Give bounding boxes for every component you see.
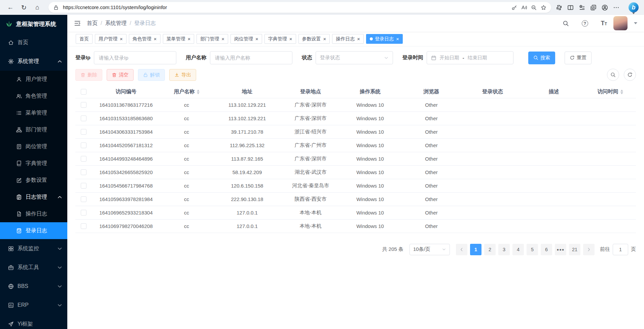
jump-page-input[interactable] — [613, 244, 628, 255]
breadcrumb-item[interactable]: 系统管理 — [105, 20, 127, 27]
sidebar-item-post-management[interactable]: 岗位管理 — [0, 138, 67, 155]
tab-close-icon[interactable]: × — [255, 36, 258, 41]
delete-button[interactable]: 删除 — [75, 69, 102, 81]
tab-close-icon[interactable]: × — [323, 36, 326, 41]
username-input[interactable] — [210, 51, 292, 64]
tab-0[interactable]: 首页 — [76, 34, 93, 44]
sidebar-item-operation-log[interactable]: 操作日志 — [0, 205, 67, 222]
url-text[interactable]: https://ccnetcore.com:1101/system/log/lo… — [63, 5, 507, 10]
tab-close-icon[interactable]: × — [221, 36, 224, 41]
row-checkbox[interactable] — [81, 102, 86, 108]
row-checkbox[interactable] — [81, 183, 86, 189]
avatar-caret-icon[interactable] — [634, 22, 637, 26]
reset-button[interactable]: 重置 — [565, 52, 592, 64]
sidebar-item-log-management[interactable]: 日志管理 — [0, 189, 67, 205]
browser-profile-icon[interactable] — [602, 4, 608, 11]
zoom-out-icon[interactable] — [531, 5, 537, 10]
browser-refresh-button[interactable]: ↻ — [17, 1, 30, 13]
sidebar-item-system-monitor[interactable]: 系统监控 — [0, 239, 67, 258]
column-header[interactable]: 访问时间 — [584, 86, 636, 98]
split-screen-icon[interactable] — [567, 4, 574, 11]
page-button-4[interactable]: 4 — [512, 244, 524, 255]
sidebar-item-erp[interactable]: ERP — [0, 296, 67, 315]
sidebar-item-system-tools[interactable]: 系统工具 — [0, 258, 67, 277]
row-checkbox[interactable] — [81, 129, 86, 135]
table-row[interactable]: 1641043063331753984cc39.171.210.78浙江省-绍兴… — [75, 125, 636, 138]
column-header[interactable]: 用户名称 — [160, 86, 213, 98]
browser-back-button[interactable]: ← — [4, 1, 17, 13]
page-button-5[interactable]: 5 — [527, 244, 538, 255]
tab-8[interactable]: 操作日志× — [332, 34, 364, 44]
status-select[interactable]: 登录状态 — [316, 51, 393, 64]
tab-close-icon[interactable]: × — [396, 36, 399, 41]
more-pages-button[interactable]: ●●● — [555, 244, 566, 255]
sidebar-item-param-settings[interactable]: 参数设置 — [0, 172, 67, 189]
table-row[interactable]: 1641059633978281984cc222.90.130.18陕西省-西安… — [75, 192, 636, 206]
sidebar-item-role-management[interactable]: 角色管理 — [0, 88, 67, 104]
unlock-button[interactable]: 解锁 — [138, 69, 165, 81]
tab-close-icon[interactable]: × — [120, 36, 123, 41]
tab-5[interactable]: 岗位管理× — [230, 34, 262, 44]
select-all-checkbox[interactable] — [81, 89, 86, 95]
tab-4[interactable]: 部门管理× — [196, 34, 228, 44]
header-search-icon[interactable] — [563, 20, 569, 27]
next-page-button[interactable] — [583, 244, 595, 255]
export-button[interactable]: 导出 — [169, 69, 196, 81]
table-row[interactable]: 1641031367863177216cc113.102.129.221广东省-… — [75, 98, 636, 111]
table-row[interactable]: 1641069798270046208cc127.0.0.1本地-本机Windo… — [75, 219, 636, 233]
sidebar-item-yi-framework[interactable]: Yi框架 — [0, 315, 67, 329]
table-row[interactable]: 1641053426655825920cc58.19.42.209湖北省-武汉市… — [75, 165, 636, 179]
sidebar-item-bbs[interactable]: BBS — [0, 277, 67, 296]
tab-6[interactable]: 字典管理× — [264, 34, 296, 44]
prev-page-button[interactable] — [456, 244, 467, 255]
sidebar-item-menu-management[interactable]: 菜单管理 — [0, 104, 67, 121]
tab-2[interactable]: 角色管理× — [129, 34, 160, 44]
site-info-lock-icon[interactable] — [53, 5, 59, 10]
bing-copilot-icon[interactable]: b — [629, 2, 639, 12]
tab-close-icon[interactable]: × — [154, 36, 157, 41]
row-checkbox[interactable] — [81, 156, 86, 162]
help-icon[interactable]: ? — [582, 20, 588, 27]
add-favorite-icon[interactable] — [541, 5, 546, 10]
row-checkbox[interactable] — [81, 116, 86, 121]
user-avatar[interactable] — [613, 16, 628, 30]
sidebar-item-dept-management[interactable]: 部门管理 — [0, 121, 67, 138]
sort-icon[interactable] — [197, 90, 200, 94]
page-button-6[interactable]: 6 — [541, 244, 552, 255]
table-row[interactable]: 1641069652933218304cc127.0.0.1本地-本机Windo… — [75, 206, 636, 219]
sidebar-item-dict-management[interactable]: 字典管理 — [0, 155, 67, 172]
page-button-2[interactable]: 2 — [484, 244, 496, 255]
table-row[interactable]: 1641031533185863680cc113.102.129.221广东省-… — [75, 111, 636, 125]
tab-close-icon[interactable]: × — [289, 36, 292, 41]
font-size-icon[interactable]: TT — [601, 20, 607, 27]
extensions-icon[interactable] — [556, 4, 562, 11]
toggle-search-button[interactable] — [607, 69, 619, 81]
table-row[interactable]: 1641054566717984768cc120.6.150.158河北省-秦皇… — [75, 179, 636, 192]
date-range-picker[interactable]: 开始日期 - 结束日期 — [427, 51, 513, 64]
sidebar-item-home[interactable]: 首页 — [0, 33, 67, 52]
favorites-bar-icon[interactable] — [579, 4, 585, 11]
browser-menu-icon[interactable] — [613, 4, 619, 11]
sidebar-item-system-management[interactable]: 系统管理 — [0, 52, 67, 71]
table-row[interactable]: 1641044520567181312cc112.96.225.132广东省-广… — [75, 138, 636, 152]
row-checkbox[interactable] — [81, 196, 86, 202]
row-checkbox[interactable] — [81, 142, 86, 148]
row-checkbox[interactable] — [81, 169, 86, 175]
start-date-placeholder[interactable]: 开始日期 — [440, 55, 459, 61]
sidebar-toggle-icon[interactable] — [74, 20, 81, 27]
password-key-icon[interactable] — [511, 5, 517, 10]
breadcrumb-item[interactable]: 首页 — [87, 20, 98, 27]
read-aloud-icon[interactable] — [521, 5, 527, 10]
search-button[interactable]: 搜索 — [528, 52, 555, 64]
row-checkbox[interactable] — [81, 223, 86, 229]
sort-icon[interactable] — [620, 90, 623, 94]
end-date-placeholder[interactable]: 结束日期 — [468, 55, 487, 61]
login-ip-input[interactable] — [94, 51, 176, 64]
sidebar-item-user-management[interactable]: 用户管理 — [0, 71, 67, 88]
table-row[interactable]: 1641044993248464896cc113.87.92.165广东省-深圳… — [75, 152, 636, 165]
page-button-3[interactable]: 3 — [498, 244, 510, 255]
tab-9[interactable]: 登录日志× — [366, 34, 403, 44]
tab-close-icon[interactable]: × — [188, 36, 191, 41]
app-logo[interactable]: 意框架管理系统 — [0, 15, 67, 33]
refresh-table-button[interactable] — [624, 69, 636, 81]
